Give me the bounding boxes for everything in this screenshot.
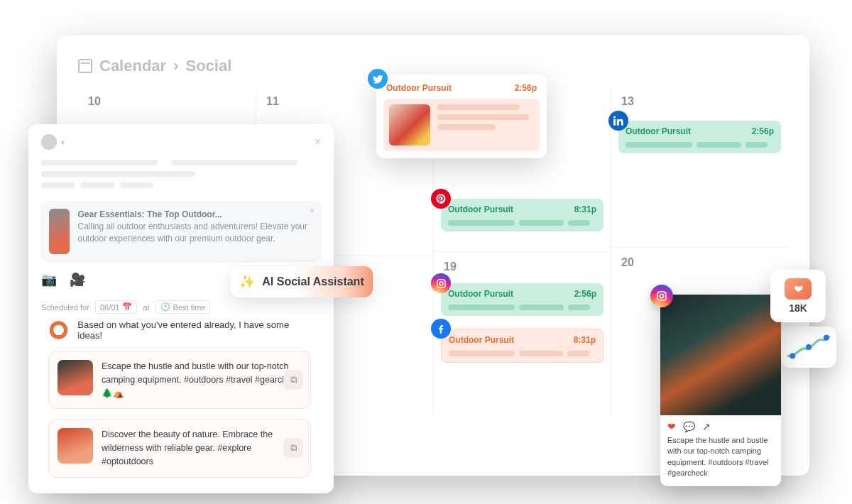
clock-icon: 🕐 — [160, 302, 170, 312]
svg-rect-0 — [437, 279, 444, 287]
avatar — [41, 134, 57, 150]
breadcrumb-calendar[interactable]: Calendar — [99, 57, 166, 75]
assistant-intro: Based on what you've entered already, I … — [77, 319, 311, 341]
twitter-icon — [368, 69, 388, 89]
event-time: 2:56p — [574, 289, 596, 299]
calendar-event[interactable]: Outdoor Pursuit 8:31p — [441, 329, 604, 363]
day-number: 13 — [618, 89, 781, 114]
schedule-time-input[interactable]: 🕐 Best time — [155, 300, 211, 314]
ai-button-label: AI Social Assistant — [262, 275, 364, 288]
chevron-down-icon: ▾ — [61, 138, 65, 146]
svg-point-6 — [790, 353, 795, 358]
ai-suggestion[interactable]: Discover the beauty of nature. Embrace t… — [48, 419, 311, 477]
svg-point-5 — [664, 293, 665, 294]
link-attachment[interactable]: Gear Essentials: The Top Outdoor... Call… — [41, 201, 321, 262]
calendar-event[interactable]: Outdoor Pursuit 8:31p — [441, 199, 604, 231]
copy-icon[interactable]: ⧉ — [283, 370, 303, 390]
post-image — [660, 295, 781, 415]
breadcrumb-sep: › — [173, 57, 178, 75]
instagram-icon — [431, 273, 451, 293]
event-title: Outdoor Pursuit — [386, 83, 452, 93]
ai-suggestion[interactable]: Escape the hustle and bustle with our to… — [48, 351, 311, 409]
calendar-icon — [78, 59, 92, 73]
svg-point-7 — [806, 344, 812, 350]
close-icon[interactable]: × — [315, 136, 321, 148]
event-time: 2:56p — [515, 83, 537, 93]
suggestion-text: Escape the hustle and bustle with our to… — [102, 360, 302, 400]
svg-point-2 — [443, 280, 444, 281]
svg-point-8 — [824, 334, 829, 340]
account-selector[interactable]: ▾ — [41, 134, 65, 150]
event-thumbnail — [389, 104, 430, 146]
likes-count: 18K — [789, 302, 807, 314]
event-title: Outdoor Pursuit — [448, 204, 513, 214]
schedule-row: Scheduled for 06/01 📅 at 🕐 Best time — [41, 300, 321, 314]
pinterest-icon — [431, 189, 451, 209]
svg-rect-3 — [657, 292, 666, 300]
share-icon[interactable]: ↗ — [702, 421, 711, 432]
post-caption: Escape the hustle and bustle with our to… — [660, 435, 781, 479]
calendar-event[interactable]: Outdoor Pursuit 2:56p — [618, 121, 781, 153]
suggestion-thumbnail — [58, 360, 93, 395]
heart-icon: ❤ — [785, 278, 812, 300]
magic-wand-icon: ✨ — [239, 274, 255, 290]
instagram-icon — [650, 285, 673, 307]
event-time: 8:31p — [574, 204, 596, 214]
breadcrumb-social[interactable]: Social — [185, 57, 231, 75]
instagram-preview-card: ❤ 💬 ↗ Escape the hustle and bustle with … — [660, 295, 781, 486]
event-time: 2:56p — [752, 126, 774, 136]
likes-stat-card: ❤ 18K — [770, 270, 826, 322]
event-popover[interactable]: Outdoor Pursuit 2:56p — [376, 75, 547, 158]
camera-icon[interactable]: 📷 — [41, 272, 57, 287]
suggestion-text: Discover the beauty of nature. Embrace t… — [102, 428, 302, 468]
event-title: Outdoor Pursuit — [448, 289, 513, 299]
day-number: 19 — [441, 258, 604, 276]
schedule-at-label: at — [143, 303, 149, 312]
suggestion-thumbnail — [58, 428, 93, 464]
breadcrumb[interactable]: Calendar › Social — [78, 57, 788, 75]
attachment-thumbnail — [49, 209, 70, 254]
remove-attachment-icon[interactable]: × — [310, 206, 315, 216]
facebook-icon — [431, 319, 451, 339]
linkedin-icon — [608, 111, 628, 131]
trend-stat-card — [781, 327, 836, 368]
scheduled-label: Scheduled for — [41, 303, 89, 312]
calendar-event[interactable]: Outdoor Pursuit 2:56p — [441, 283, 604, 316]
assistant-avatar — [48, 319, 69, 341]
ai-suggestions-panel: Based on what you've entered already, I … — [48, 319, 311, 478]
copy-icon[interactable]: ⧉ — [283, 438, 303, 458]
video-icon[interactable]: 🎥 — [70, 272, 85, 287]
ai-assistant-button[interactable]: ✨ AI Social Assistant — [231, 266, 373, 297]
event-time: 8:31p — [574, 335, 596, 345]
calendar-icon: 📅 — [122, 302, 132, 312]
event-title: Outdoor Pursuit — [626, 126, 691, 136]
attachment-body: Calling all outdoor enthusiasts and adve… — [78, 221, 314, 245]
day-number: 10 — [85, 89, 248, 114]
svg-point-1 — [439, 282, 443, 285]
day-number: 20 — [618, 253, 781, 272]
sparkline-chart — [787, 332, 831, 362]
schedule-date-input[interactable]: 06/01 📅 — [95, 300, 138, 314]
comment-icon[interactable]: 💬 — [683, 421, 695, 432]
composer-textarea[interactable] — [41, 160, 321, 194]
event-title: Outdoor Pursuit — [449, 335, 514, 345]
attachment-title: Gear Essentials: The Top Outdoor... — [78, 209, 314, 221]
svg-point-4 — [660, 294, 663, 297]
like-icon[interactable]: ❤ — [667, 421, 676, 432]
